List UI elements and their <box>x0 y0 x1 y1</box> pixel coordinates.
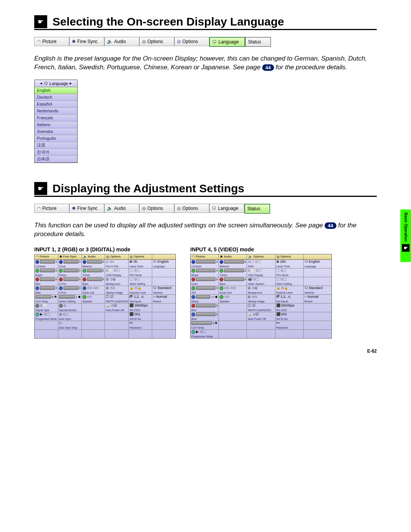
status-row: 0Contrast0Balance◇⬚ ◇⬚DNR✿ 25hLamp Timer… <box>191 260 331 268</box>
status-label: Blue <box>35 291 57 294</box>
language-item[interactable]: Português <box>35 135 77 142</box>
page-number: E-62 <box>367 348 377 354</box>
status-glyph-icon: ◇⬚ ◇⬚ <box>248 260 261 264</box>
status-cell: 0Red <box>191 304 219 312</box>
status-cell: ⬚ ◇⬚PRJ Mode <box>129 268 152 277</box>
menu-tab-status[interactable]: Status <box>244 204 270 214</box>
menu-tab-options[interactable]: ◎Options <box>139 37 174 46</box>
slider-bar <box>40 269 55 272</box>
menu-tab-options[interactable]: ◎Options <box>174 37 209 46</box>
slider-bar <box>224 260 244 264</box>
status-value: 0 <box>245 269 246 272</box>
language-item[interactable]: Deutsch <box>35 94 77 101</box>
tab-label: Audio <box>114 39 126 44</box>
status-cell: ◇Auto Sync Disp <box>58 321 82 329</box>
tab-label: Options <box>182 39 198 44</box>
status-glyph-icon: 🔒 ◇🔒 <box>276 286 288 290</box>
status-header-cell: 🔈Audio <box>82 254 105 259</box>
status-row: 0Color0Bass📹 ◇⬚Video System⬚ ◇⬚Stack Set… <box>191 277 331 286</box>
slider-bar <box>191 321 212 325</box>
status-cell: ◇⬜ ◇⬚OSD Display <box>247 268 275 277</box>
status-row: 0Tint◇◇ ◇◇Audio Out◎ ◇◎Background🔒 ◇🔒Key… <box>191 286 331 295</box>
fine sync-icon: ✺ <box>72 39 76 44</box>
status-cell: ◎ ◇◎Background <box>105 277 129 286</box>
language-item[interactable]: Nederlands <box>35 108 77 115</box>
header-label: Options <box>280 255 291 258</box>
status-value: 0 <box>216 313 218 316</box>
menu-tab-fine-sync[interactable]: ✺Fine Sync <box>69 37 104 46</box>
status-cell: ⬛ 001Set ID No. <box>276 312 304 321</box>
status-dot-icon <box>83 260 86 264</box>
header-label: Picture <box>40 255 49 258</box>
status-cell <box>35 330 58 338</box>
status-cell: ◇Special Modes <box>58 304 82 312</box>
status-glyph-icon: ❀ <box>54 295 57 299</box>
language-item[interactable]: Svenska <box>35 128 77 135</box>
status-glyph-icon: ▶ ◇⬚ <box>40 313 50 316</box>
status-value: 0 <box>103 269 104 272</box>
header-icon: ◎ <box>277 255 280 259</box>
status-label: OSD Display <box>106 274 127 276</box>
status-cell <box>105 321 129 329</box>
status-cell: ✿ 25hLamp Timer <box>276 260 304 268</box>
status-glyph-icon: ◇ <box>59 321 62 325</box>
status-label: Color <box>191 283 218 285</box>
status-label: MNTR Out/RS232C <box>248 309 274 312</box>
menu-tab-picture[interactable]: ◠Picture <box>34 204 69 213</box>
status-cell: 0Bright <box>191 268 219 277</box>
tab-label: Options <box>182 206 198 211</box>
slider-bar <box>196 269 215 272</box>
language-item[interactable]: Français <box>35 115 77 121</box>
slider-bar <box>64 278 78 281</box>
menu-tab-audio[interactable]: 🔈Audio <box>104 204 139 213</box>
language-item[interactable]: English <box>35 87 77 94</box>
language-item[interactable]: 汉语 <box>35 142 77 149</box>
menu-tab-status[interactable]: Status <box>245 37 271 47</box>
status-label: Balance <box>83 265 104 268</box>
status-cell <box>247 330 275 338</box>
language-item[interactable]: Italiano <box>35 121 77 128</box>
tab-label: Language <box>218 206 238 211</box>
language-item[interactable]: Español <box>35 101 77 108</box>
status-label: Phase <box>59 274 81 276</box>
menu-tab-language[interactable]: 🗨Language <box>209 204 244 213</box>
status-cell <box>219 304 247 312</box>
status-value: 0 <box>79 269 81 272</box>
options-icon: ◎ <box>142 39 146 44</box>
status-cell: 0Bass <box>219 277 247 286</box>
status-glyph-icon: ◎ ◇◎ <box>106 278 116 281</box>
status-row: 0❀CLR Temp1◆Select Setting○◇Speaker🖵 ☑MN… <box>35 295 175 304</box>
status-glyph-icon: ◇⬜ <box>40 304 47 307</box>
header-icon: ◎ <box>106 255 109 259</box>
menu-tab-fine-sync[interactable]: ✺Fine Sync <box>69 204 104 213</box>
tab-label: Options <box>147 206 163 211</box>
status-glyph-icon: ○ Normal <box>304 295 319 299</box>
menu-tab-options[interactable]: ◎Options <box>139 204 174 213</box>
tab-label: Language <box>218 39 239 45</box>
status-label: Bass <box>83 283 104 285</box>
status-value: 0 <box>103 278 104 281</box>
header-label: Audio <box>224 255 231 258</box>
menu-tab-options[interactable]: ◎Options <box>174 204 209 213</box>
section1-title: Selecting the On-screen Display Language <box>53 15 284 28</box>
status-cell: 0Bright <box>35 268 58 277</box>
language-item[interactable]: 日本語 <box>35 156 77 163</box>
status-label: Set ID No. <box>129 318 151 320</box>
status-label: Red <box>35 283 57 285</box>
speech-icon: 🗨 <box>44 81 48 86</box>
options-icon: ◎ <box>177 39 181 44</box>
menu-tab-language[interactable]: 🗨Language <box>209 37 245 47</box>
slider-bar <box>59 295 75 299</box>
status-cell <box>82 330 105 338</box>
status-cell: ○◇Speaker <box>219 295 247 303</box>
menu-tab-picture[interactable]: ◠Picture <box>34 37 69 46</box>
status-cell <box>219 330 247 338</box>
menu-tab-audio[interactable]: 🔈Audio <box>104 37 139 46</box>
language-item[interactable]: 한국어 <box>35 149 77 156</box>
status-label: Auto Power Off <box>106 309 127 312</box>
status-dot-icon <box>35 278 39 281</box>
status-left-title: INPUT 1, 2 (RGB) or 3 (DIGITAL) mode <box>34 246 175 252</box>
status-cell: 0Color <box>191 277 219 286</box>
status-label: Balance <box>220 265 246 268</box>
status-cell: ✿ 0hLamp Timer <box>129 260 152 268</box>
